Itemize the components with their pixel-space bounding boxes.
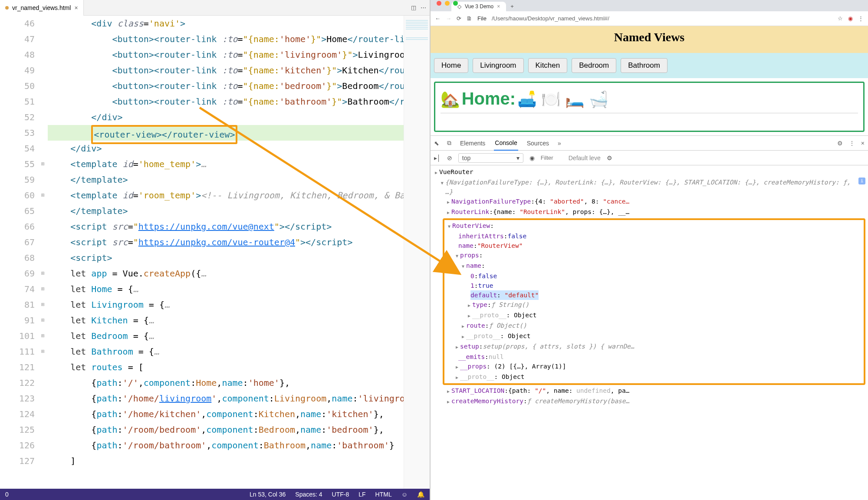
code-line[interactable]: let routes = [: [48, 359, 404, 375]
tab-console[interactable]: Console: [494, 136, 518, 151]
fold-column[interactable]: ⊞⊞⊞⊞⊞⊞⊞⊞: [38, 16, 48, 489]
code-lines[interactable]: <div class='navi'> <button><router-link …: [48, 16, 404, 489]
expand-icon[interactable]: [433, 167, 439, 178]
nav-button-bedroom[interactable]: Bedroom: [572, 58, 616, 73]
code-line[interactable]: let app = Vue.createApp({…: [48, 266, 404, 281]
expand-icon[interactable]: [460, 331, 466, 342]
code-line[interactable]: <div class='navi'>: [48, 16, 404, 31]
code-line[interactable]: ]: [48, 453, 404, 469]
status-language[interactable]: HTML: [375, 491, 392, 498]
nav-button-home[interactable]: Home: [434, 58, 468, 73]
gear-icon[interactable]: ⚙: [837, 140, 843, 147]
nav-button-livingroom[interactable]: Livingroom: [473, 58, 523, 73]
expand-icon[interactable]: [454, 372, 460, 382]
code-line[interactable]: {path:'/room/bathroom',component:Bathroo…: [48, 438, 404, 453]
code-line[interactable]: let Livingroom = {…: [48, 297, 404, 312]
forward-icon[interactable]: →: [446, 15, 451, 22]
expand-icon[interactable]: [445, 197, 451, 207]
code-line[interactable]: <router-view></router-view>: [48, 125, 404, 141]
inspect-icon[interactable]: ⬉: [434, 140, 439, 147]
code-line[interactable]: let Bathroom = {…: [48, 344, 404, 359]
filter-input[interactable]: [541, 155, 562, 161]
menu-icon[interactable]: ⋮: [858, 15, 864, 22]
context-select[interactable]: top ▾: [458, 153, 523, 163]
bell-icon[interactable]: 🔔: [417, 491, 424, 498]
close-window-icon[interactable]: [437, 1, 441, 6]
status-spaces[interactable]: Spaces: 4: [295, 491, 322, 498]
more-icon[interactable]: ⋯: [421, 4, 426, 11]
chevron-down-icon: ▾: [516, 155, 519, 161]
maximize-window-icon[interactable]: [453, 1, 458, 6]
code-line[interactable]: <script src="https://unpkg.com/vue@next"…: [48, 219, 404, 234]
code-line[interactable]: </template>: [48, 172, 404, 188]
expand-icon[interactable]: [454, 250, 460, 261]
level-select[interactable]: Default leve: [569, 155, 601, 161]
code-line[interactable]: <button><router-link :to="{name:'kitchen…: [48, 62, 404, 78]
close-icon[interactable]: ×: [861, 140, 865, 147]
code-line[interactable]: </template>: [48, 203, 404, 219]
more-tabs-icon[interactable]: »: [558, 140, 561, 147]
code-line[interactable]: <button><router-link :to="{name:'bathroo…: [48, 94, 404, 109]
expand-icon[interactable]: [460, 321, 466, 331]
expand-icon[interactable]: [446, 221, 452, 231]
console-summary: {NavigationFailureType: {…}, RouterLink:…: [445, 178, 855, 197]
nav-button-kitchen[interactable]: Kitchen: [528, 58, 568, 73]
code-line[interactable]: <template id='home_temp'>…: [48, 156, 404, 172]
info-icon[interactable]: i: [858, 178, 865, 184]
expand-icon[interactable]: [445, 396, 451, 407]
code-line[interactable]: <button><router-link :to="{name:'home'}"…: [48, 31, 404, 47]
new-tab-button[interactable]: +: [507, 1, 517, 11]
split-icon[interactable]: ◫: [411, 4, 416, 11]
smiley-icon[interactable]: ☺: [401, 491, 408, 498]
eye-icon[interactable]: ◉: [529, 155, 535, 161]
expand-icon[interactable]: [445, 386, 451, 396]
extension-icon[interactable]: ◉: [848, 15, 853, 22]
code-line[interactable]: <script src="https://unpkg.com/vue-route…: [48, 234, 404, 250]
code-line[interactable]: {path:'/home/livingroom',component:Livin…: [48, 391, 404, 406]
tab-filename: vr_named_views.html: [12, 4, 71, 11]
sidebar-icon[interactable]: ▸│: [434, 155, 441, 161]
code-line[interactable]: <template id='room_temp'><!-- Livingroom…: [48, 188, 404, 203]
code-line[interactable]: let Kitchen = {…: [48, 312, 404, 328]
expand-icon[interactable]: [445, 207, 451, 217]
nav-button-bathroom[interactable]: Bathroom: [621, 58, 667, 73]
gear-icon[interactable]: ⚙: [607, 155, 612, 161]
editor-tab[interactable]: vr_named_views.html ×: [0, 0, 84, 16]
code-area[interactable]: 4647484950515253545559606566676869748191…: [0, 16, 430, 489]
close-icon[interactable]: ×: [497, 3, 500, 10]
code-line[interactable]: {path:'/home/kitchen',component:Kitchen,…: [48, 406, 404, 422]
expand-icon[interactable]: [466, 310, 472, 321]
expand-icon[interactable]: [466, 300, 472, 310]
status-encoding[interactable]: UTF-8: [332, 491, 349, 498]
code-line[interactable]: <script>: [48, 250, 404, 266]
url-text[interactable]: /Users/haowu/Desktop/vr_named_views.html…: [492, 15, 832, 22]
code-line[interactable]: let Bedroom = {…: [48, 328, 404, 344]
code-line[interactable]: <button><router-link :to="{name:'livingr…: [48, 47, 404, 62]
console-output[interactable]: VueRouter {NavigationFailureType: {…}, R…: [431, 165, 868, 500]
status-eol[interactable]: LF: [358, 491, 365, 498]
expand-icon[interactable]: [460, 261, 466, 271]
reload-icon[interactable]: ⟳: [457, 15, 461, 22]
window-controls[interactable]: [432, 1, 462, 5]
tab-sources[interactable]: Sources: [526, 136, 550, 150]
minimize-window-icon[interactable]: [445, 1, 450, 6]
back-icon[interactable]: ←: [435, 15, 441, 22]
minimap[interactable]: [404, 16, 430, 489]
code-line[interactable]: {path:'/room/bedroom',component:Bedroom,…: [48, 422, 404, 438]
code-line[interactable]: let Home = {…: [48, 281, 404, 297]
code-line[interactable]: {path:'/',component:Home,name:'home'},: [48, 375, 404, 391]
close-icon[interactable]: ×: [74, 4, 78, 11]
clear-icon[interactable]: ⊘: [447, 155, 452, 161]
device-icon[interactable]: ⧉: [447, 139, 451, 147]
code-line[interactable]: </div>: [48, 109, 404, 125]
dock-icon[interactable]: ⋮: [849, 140, 855, 147]
status-errors[interactable]: 0: [5, 491, 9, 498]
expand-icon[interactable]: [454, 362, 460, 372]
star-icon[interactable]: ☆: [838, 15, 843, 22]
expand-icon[interactable]: [439, 178, 445, 188]
console-object[interactable]: VueRouter: [439, 167, 473, 177]
expand-icon[interactable]: [454, 342, 460, 352]
code-line[interactable]: <button><router-link :to="{name:'bedroom…: [48, 78, 404, 94]
status-position[interactable]: Ln 53, Col 36: [250, 491, 286, 498]
tab-elements[interactable]: Elements: [459, 136, 486, 150]
